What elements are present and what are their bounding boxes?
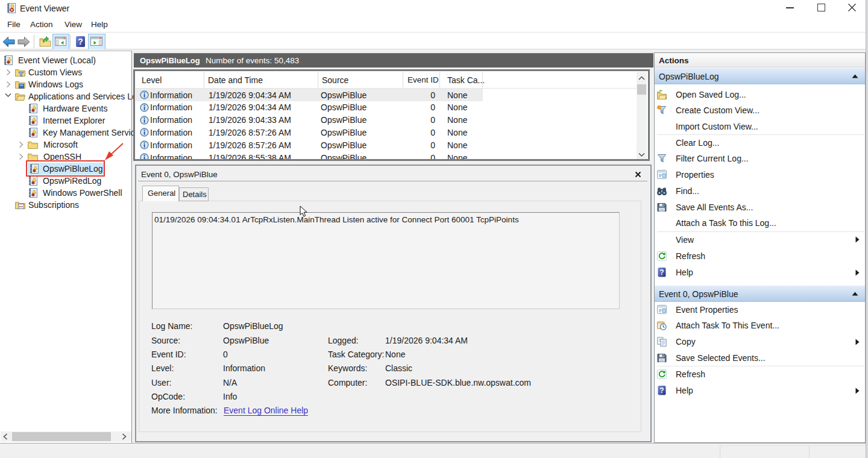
svg-text:?: ?	[78, 37, 83, 46]
